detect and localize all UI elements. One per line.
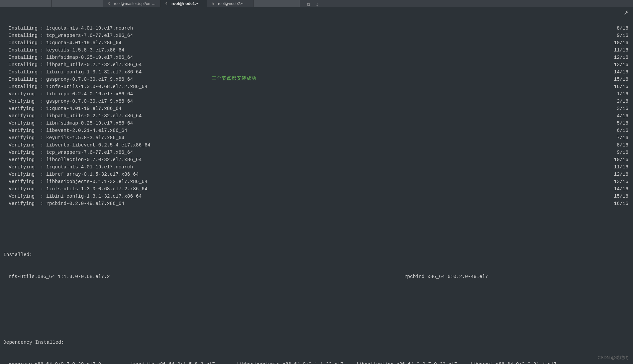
output-progress: 14/16	[614, 68, 630, 76]
output-line: Verifying : gssproxy-0.7.0-30.el7_9.x86_…	[3, 98, 630, 105]
terminal-output[interactable]: Installing : 1:quota-nls-4.01-19.el7.noa…	[0, 7, 633, 364]
output-line: Verifying : libref_array-0.1.5-32.el7.x8…	[3, 171, 630, 178]
output-line: Verifying : 1:nfs-utils-1.3.0-0.68.el7.2…	[3, 185, 630, 193]
output-text: Installing : libnfsidmap-0.25-19.el7.x86…	[3, 54, 133, 61]
output-line: Installing : keyutils-1.5.8-3.el7.x86_64…	[3, 46, 630, 54]
output-progress: 10/16	[614, 156, 630, 163]
dependency-pkg: libevent.x86_64 0:2.0.21-4.el7	[470, 361, 562, 364]
output-text: Verifying : rpcbind-0.2.0-49.el7.x86_64	[3, 200, 124, 207]
output-text: Verifying : libnfsidmap-0.25-19.el7.x86_…	[3, 120, 133, 127]
output-line: Installing : libini_config-1.3.1-32.el7.…	[3, 68, 630, 76]
output-progress: 12/16	[614, 54, 630, 61]
tab-node1[interactable]: 4 root@node1:~	[160, 0, 207, 7]
dependency-pkg: libbasicobjects.x86_64 0:0.1.1-32.el7	[236, 361, 343, 364]
dependency-pkg: keyutils.x86_64 0:1.5.8-3.el7	[131, 361, 224, 364]
installed-pkg: nfs-utils.x86_64 1:1.3.0-0.68.el7.2	[9, 273, 252, 280]
output-line: Verifying : tcp_wrappers-7.6-77.el7.x86_…	[3, 149, 630, 156]
tab-title: root@master:/opt/on-…	[114, 0, 156, 7]
tab-bar: 3 root@master:/opt/on-… 4 root@node1:~ 5…	[0, 0, 633, 7]
output-text: Verifying : libtirpc-0.2.4-0.16.el7.x86_…	[3, 90, 133, 98]
output-line: Installing : gssproxy-0.7.0-30.el7_9.x86…	[3, 76, 630, 83]
output-line: Verifying : libevent-2.0.21-4.el7.x86_64…	[3, 127, 630, 134]
tab-blank-1[interactable]	[0, 0, 52, 7]
output-progress: 2/16	[617, 98, 630, 105]
tab-node2[interactable]: 5 root@node2:~	[207, 0, 254, 7]
dependency-pkg: gssproxy.x86_64 0:0.7.0-30.el7_9	[9, 361, 119, 364]
output-text: Verifying : gssproxy-0.7.0-30.el7_9.x86_…	[3, 98, 133, 105]
output-line: Verifying : libtirpc-0.2.4-0.16.el7.x86_…	[3, 90, 630, 98]
tab-master[interactable]: 3 root@master:/opt/on-…	[103, 0, 160, 7]
output-line: Verifying : libnfsidmap-0.25-19.el7.x86_…	[3, 120, 630, 127]
output-text: Verifying : 1:nfs-utils-1.3.0-0.68.el7.2…	[3, 185, 148, 193]
output-text: Installing : gssproxy-0.7.0-30.el7_9.x86…	[3, 76, 133, 83]
installed-section: Installed: nfs-utils.x86_64 1:1.3.0-0.68…	[3, 236, 630, 295]
output-text: Installing : 1:quota-4.01-19.el7.x86_64	[3, 39, 121, 46]
output-text: Verifying : libverto-libevent-0.2.5-4.el…	[3, 141, 150, 149]
tab-title: root@node2:~	[218, 0, 244, 7]
output-progress: 7/16	[617, 134, 630, 141]
output-progress: 15/16	[614, 76, 630, 83]
dependency-header: Dependency Installed:	[3, 339, 630, 346]
output-progress: 8/16	[617, 25, 630, 32]
copy-icon[interactable]	[307, 2, 311, 6]
output-line: Verifying : libini_config-1.3.1-32.el7.x…	[3, 193, 630, 200]
output-progress: 9/16	[617, 32, 630, 39]
output-line: Installing : 1:quota-4.01-19.el7.x86_641…	[3, 39, 630, 46]
output-progress: 13/16	[614, 178, 630, 185]
output-line: Installing : libnfsidmap-0.25-19.el7.x86…	[3, 54, 630, 61]
dependency-section: Dependency Installed: gssproxy.x86_64 0:…	[3, 324, 630, 364]
output-text: Verifying : libref_array-0.1.5-32.el7.x8…	[3, 171, 139, 178]
output-line: Verifying : keyutils-1.5.8-3.el7.x86_647…	[3, 134, 630, 141]
mic-icon[interactable]	[315, 2, 319, 6]
output-progress: 9/16	[617, 149, 630, 156]
output-progress: 6/16	[617, 127, 630, 134]
tab-icons	[302, 2, 324, 6]
output-text: Verifying : libini_config-1.3.1-32.el7.x…	[3, 193, 142, 200]
output-line: Verifying : libbasicobjects-0.1.1-32.el7…	[3, 178, 630, 185]
output-line: Verifying : libpath_utils-0.2.1-32.el7.x…	[3, 112, 630, 120]
output-progress: 13/16	[614, 61, 630, 68]
output-progress: 1/16	[617, 90, 630, 98]
tab-blank-3[interactable]	[254, 0, 300, 7]
output-line: Verifying : 1:quota-nls-4.01-19.el7.noar…	[3, 163, 630, 171]
output-text: Installing : libini_config-1.3.1-32.el7.…	[3, 68, 142, 76]
output-line: Verifying : rpcbind-0.2.0-49.el7.x86_641…	[3, 200, 630, 207]
output-text: Verifying : libbasicobjects-0.1.1-32.el7…	[3, 178, 148, 185]
output-progress: 12/16	[614, 171, 630, 178]
tab-blank-2[interactable]	[52, 0, 103, 7]
output-progress: 11/16	[614, 163, 630, 171]
tab-title: root@node1:~	[171, 0, 198, 7]
output-text: Installing : libpath_utils-0.2.1-32.el7.…	[3, 61, 142, 68]
output-line: Installing : libpath_utils-0.2.1-32.el7.…	[3, 61, 630, 68]
output-text: Verifying : tcp_wrappers-7.6-77.el7.x86_…	[3, 149, 133, 156]
output-text: Verifying : 1:quota-4.01-19.el7.x86_64	[3, 105, 121, 112]
output-progress: 15/16	[614, 193, 630, 200]
output-progress: 11/16	[614, 46, 630, 54]
output-progress: 8/16	[617, 141, 630, 149]
output-line: Verifying : libcollection-0.7.0-32.el7.x…	[3, 156, 630, 163]
output-progress: 3/16	[617, 105, 630, 112]
output-line: Installing : tcp_wrappers-7.6-77.el7.x86…	[3, 32, 630, 39]
output-progress: 5/16	[617, 120, 630, 127]
output-text: Installing : 1:nfs-utils-1.3.0-0.68.el7.…	[3, 83, 148, 90]
output-text: Verifying : keyutils-1.5.8-3.el7.x86_64	[3, 134, 124, 141]
output-progress: 14/16	[614, 185, 630, 193]
output-text: Installing : 1:quota-nls-4.01-19.el7.noa…	[3, 25, 133, 32]
output-text: Verifying : libcollection-0.7.0-32.el7.x…	[3, 156, 142, 163]
output-line: Verifying : 1:quota-4.01-19.el7.x86_643/…	[3, 105, 630, 112]
svg-rect-2	[317, 3, 318, 5]
output-line: Installing : 1:nfs-utils-1.3.0-0.68.el7.…	[3, 83, 630, 90]
output-line: Verifying : libverto-libevent-0.2.5-4.el…	[3, 141, 630, 149]
installed-pkg: rpcbind.x86_64 0:0.2.0-49.el7	[404, 273, 630, 280]
output-text: Verifying : libevent-2.0.21-4.el7.x86_64	[3, 127, 127, 134]
output-text: Installing : keyutils-1.5.8-3.el7.x86_64	[3, 46, 124, 54]
tab-number: 4	[165, 0, 167, 7]
dependency-pkg: libcollection.x86_64 0:0.7.0-32.el7	[356, 361, 457, 364]
installed-header: Installed:	[3, 251, 630, 258]
output-progress: 10/16	[614, 39, 630, 46]
output-text: Verifying : 1:quota-nls-4.01-19.el7.noar…	[3, 163, 133, 171]
tab-number: 5	[212, 0, 214, 7]
output-progress: 16/16	[614, 83, 630, 90]
output-progress: 4/16	[617, 112, 630, 120]
output-line: Installing : 1:quota-nls-4.01-19.el7.noa…	[3, 25, 630, 32]
